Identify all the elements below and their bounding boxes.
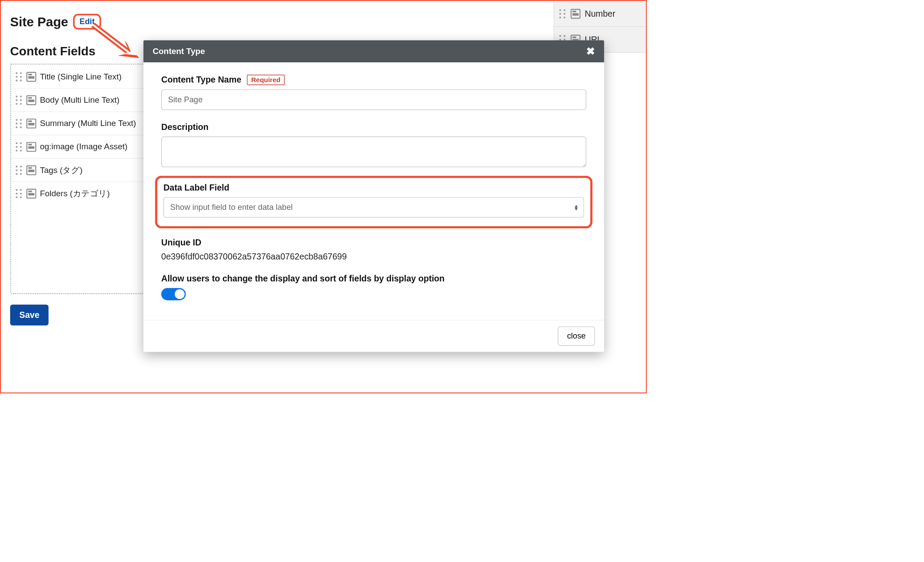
- content-type-name-label: Content Type Name: [161, 75, 242, 85]
- field-type-icon: [26, 142, 36, 151]
- palette-item-label: Number: [585, 9, 616, 18]
- palette-item-number[interactable]: Number: [554, 1, 646, 27]
- data-label-field-select[interactable]: Show input field to enter data label: [163, 197, 584, 218]
- field-item[interactable]: Folders (カテゴリ): [12, 182, 146, 205]
- chevron-updown-icon: ▴▾: [575, 204, 577, 210]
- content-type-name-input[interactable]: [161, 90, 587, 110]
- page-title: Site Page: [10, 14, 68, 29]
- drag-handle-icon[interactable]: [15, 95, 23, 105]
- data-label-highlight: Data Label Field Show input field to ent…: [155, 176, 593, 228]
- data-label-field-label: Data Label Field: [163, 183, 229, 193]
- field-item-label: Tags (タグ): [40, 165, 82, 176]
- field-item-label: Title (Single Line Text): [40, 72, 122, 82]
- field-item[interactable]: og:image (Image Asset): [12, 135, 146, 159]
- unique-id-label: Unique ID: [161, 238, 201, 247]
- required-badge: Required: [247, 75, 285, 85]
- annotation-arrow: [87, 22, 145, 68]
- field-item[interactable]: Title (Single Line Text): [12, 65, 146, 88]
- field-item-label: Summary (Multi Line Text): [40, 119, 136, 128]
- drag-handle-icon[interactable]: [15, 118, 23, 129]
- allow-sort-label: Allow users to change the display and so…: [161, 274, 445, 284]
- field-type-icon: [26, 72, 36, 81]
- field-type-icon: [26, 119, 36, 128]
- field-item-label: Body (Multi Line Text): [40, 95, 119, 105]
- modal-title: Content Type: [153, 47, 205, 56]
- close-button[interactable]: close: [558, 326, 595, 346]
- drag-handle-icon[interactable]: [15, 165, 23, 176]
- description-input[interactable]: [161, 137, 587, 167]
- field-item[interactable]: Tags (タグ): [12, 159, 146, 182]
- field-item-label: Folders (カテゴリ): [40, 188, 110, 199]
- field-item-label: og:image (Image Asset): [40, 142, 128, 151]
- drag-handle-icon[interactable]: [15, 72, 23, 82]
- drag-handle-icon[interactable]: [559, 8, 566, 19]
- close-icon[interactable]: ✖: [586, 45, 595, 58]
- field-type-icon: [571, 9, 580, 18]
- field-type-icon: [26, 189, 36, 198]
- save-button[interactable]: Save: [10, 305, 49, 326]
- field-item[interactable]: Body (Multi Line Text): [12, 89, 146, 112]
- drag-handle-icon[interactable]: [15, 188, 23, 199]
- content-type-modal: Content Type ✖ Content Type Name Require…: [143, 40, 604, 352]
- field-type-icon: [26, 165, 36, 175]
- allow-sort-toggle[interactable]: [161, 288, 186, 300]
- description-label: Description: [161, 122, 209, 132]
- content-fields-list: Title (Single Line Text) Body (Multi Lin…: [10, 64, 147, 294]
- field-item[interactable]: Summary (Multi Line Text): [12, 112, 146, 135]
- unique-id-value: 0e396fdf0c08370062a57376aa0762ecb8a67699: [161, 252, 587, 261]
- field-type-icon: [26, 95, 36, 105]
- drag-handle-icon[interactable]: [15, 141, 23, 152]
